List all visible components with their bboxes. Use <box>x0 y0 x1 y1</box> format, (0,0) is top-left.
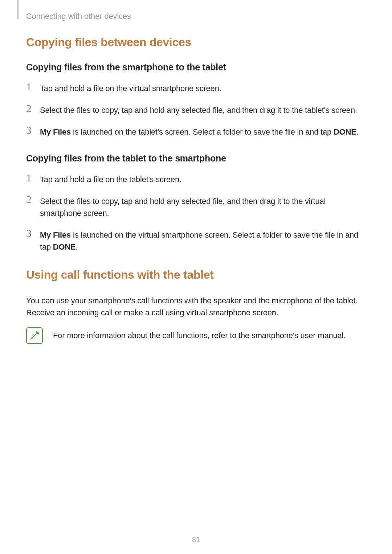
breadcrumb: Connecting with other devices <box>26 12 131 21</box>
step-number-1: 1 <box>26 81 34 92</box>
step-item: 3 My Files is launched on the tablet's s… <box>26 125 366 138</box>
heading-copying-files: Copying files between devices <box>26 36 366 49</box>
step-item: 2 Select the files to copy, tap and hold… <box>26 194 366 219</box>
page-number: 81 <box>0 535 392 544</box>
step-text: Select the files to copy, tap and hold a… <box>40 103 357 116</box>
step-number-2: 2 <box>26 194 34 205</box>
bold-my-files: My Files <box>40 230 71 239</box>
step-text-fragment: . <box>76 242 78 251</box>
step-number-2: 2 <box>26 103 34 114</box>
step-text: My Files is launched on the virtual smar… <box>40 228 366 253</box>
subheading-tablet-to-smartphone: Copying files from the tablet to the sma… <box>26 153 366 164</box>
step-number-1: 1 <box>26 172 34 183</box>
paragraph-call-functions: You can use your smartphone's call funct… <box>26 295 366 319</box>
step-text-fragment: is launched on the virtual smartphone sc… <box>40 230 358 251</box>
bold-my-files: My Files <box>40 127 71 136</box>
step-text-fragment: is launched on the tablet's screen. Sele… <box>71 127 334 136</box>
step-text-fragment: . <box>356 127 359 136</box>
subheading-smartphone-to-tablet: Copying files from the smartphone to the… <box>26 62 366 73</box>
step-item: 2 Select the files to copy, tap and hold… <box>26 103 366 116</box>
note-text: For more information about the call func… <box>53 327 346 341</box>
note-icon <box>26 327 43 344</box>
page-corner-marker <box>17 0 19 19</box>
step-item: 3 My Files is launched on the virtual sm… <box>26 228 366 253</box>
step-item: 1 Tap and hold a file on the tablet's sc… <box>26 172 366 185</box>
bold-done: DONE <box>334 127 356 136</box>
heading-call-functions: Using call functions with the tablet <box>26 268 366 282</box>
step-text: Select the files to copy, tap and hold a… <box>40 194 366 219</box>
page-content: Copying files between devices Copying fi… <box>26 36 366 344</box>
step-number-3: 3 <box>26 125 34 136</box>
step-item: 1 Tap and hold a file on the virtual sma… <box>26 81 366 94</box>
bold-done: DONE <box>53 242 76 251</box>
step-text: Tap and hold a file on the virtual smart… <box>40 81 221 94</box>
step-number-3: 3 <box>26 228 34 239</box>
step-text: My Files is launched on the tablet's scr… <box>40 125 359 138</box>
step-text: Tap and hold a file on the tablet's scre… <box>40 172 181 185</box>
note-row: For more information about the call func… <box>26 327 366 344</box>
